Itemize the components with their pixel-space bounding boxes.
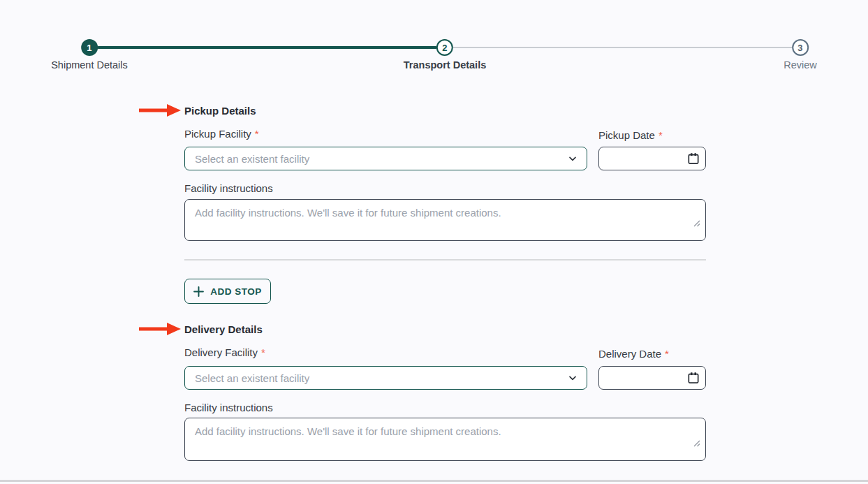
- step-1-label: Shipment Details: [51, 59, 128, 71]
- delivery-facility-label-text: Delivery Facility: [184, 346, 258, 358]
- page-bottom-divider: [0, 480, 868, 482]
- pickup-date-label: Pickup Date*: [598, 129, 663, 141]
- add-stop-label: ADD STOP: [210, 286, 262, 297]
- step-1-circle: 1: [81, 39, 98, 56]
- pickup-facility-select[interactable]: Select an existent facility: [184, 147, 587, 170]
- stepper-connector-upcoming: [453, 47, 793, 48]
- delivery-date-calendar-button[interactable]: [682, 367, 705, 389]
- required-asterisk: *: [665, 348, 669, 360]
- stepper-connector-completed: [97, 46, 437, 49]
- delivery-facility-label: Delivery Facility*: [184, 346, 265, 358]
- step-2-circle: 2: [436, 39, 453, 56]
- delivery-instructions-textarea[interactable]: [184, 418, 706, 461]
- step-1-number: 1: [87, 43, 91, 53]
- step-2-number: 2: [442, 43, 447, 53]
- delivery-annotation-arrow-icon: [139, 323, 181, 335]
- pickup-facility-placeholder: Select an existent facility: [195, 153, 567, 165]
- required-asterisk: *: [255, 128, 259, 140]
- pickup-annotation-arrow-icon: [139, 104, 181, 117]
- section-divider: [184, 259, 706, 261]
- delivery-date-label: Delivery Date*: [598, 348, 669, 360]
- required-asterisk: *: [659, 129, 663, 141]
- pickup-date-label-text: Pickup Date: [598, 129, 655, 141]
- transport-details-page: 1 Shipment Details 2 Transport Details 3…: [0, 0, 868, 484]
- step-3-label: Review: [784, 59, 817, 71]
- delivery-date-input[interactable]: [599, 372, 682, 384]
- chevron-down-icon: [567, 372, 578, 383]
- pickup-date-field: [598, 147, 706, 170]
- plus-icon: [193, 286, 204, 297]
- step-shipment-details[interactable]: 1 Shipment Details: [51, 39, 128, 71]
- pickup-facility-label-text: Pickup Facility: [184, 128, 251, 140]
- step-review[interactable]: 3 Review: [784, 39, 817, 71]
- delivery-details-heading: Delivery Details: [184, 323, 263, 335]
- delivery-instructions-field: [184, 418, 706, 461]
- delivery-date-label-text: Delivery Date: [598, 348, 661, 360]
- pickup-instructions-textarea[interactable]: [184, 199, 706, 241]
- chevron-down-icon: [567, 153, 578, 164]
- stepper: 1 Shipment Details 2 Transport Details 3…: [0, 0, 868, 77]
- required-asterisk: *: [261, 346, 265, 358]
- delivery-facility-select[interactable]: Select an existent facility: [184, 366, 587, 390]
- step-transport-details[interactable]: 2 Transport Details: [404, 39, 486, 71]
- calendar-icon: [686, 371, 700, 385]
- pickup-facility-label: Pickup Facility*: [184, 128, 259, 140]
- add-stop-button[interactable]: ADD STOP: [184, 279, 271, 304]
- step-2-label: Transport Details: [404, 59, 486, 71]
- pickup-instructions-label: Facility instructions: [184, 182, 273, 194]
- delivery-instructions-label: Facility instructions: [184, 402, 273, 413]
- pickup-date-calendar-button[interactable]: [682, 147, 705, 170]
- delivery-facility-placeholder: Select an existent facility: [195, 372, 567, 384]
- pickup-instructions-field: [184, 199, 706, 241]
- pickup-date-input[interactable]: [599, 153, 682, 165]
- step-3-number: 3: [797, 43, 802, 53]
- pickup-details-heading: Pickup Details: [184, 105, 256, 117]
- delivery-date-field: [598, 366, 706, 390]
- resize-handle-icon[interactable]: [693, 219, 700, 227]
- calendar-icon: [686, 152, 700, 166]
- resize-handle-icon[interactable]: [693, 439, 700, 447]
- step-3-circle: 3: [792, 39, 809, 56]
